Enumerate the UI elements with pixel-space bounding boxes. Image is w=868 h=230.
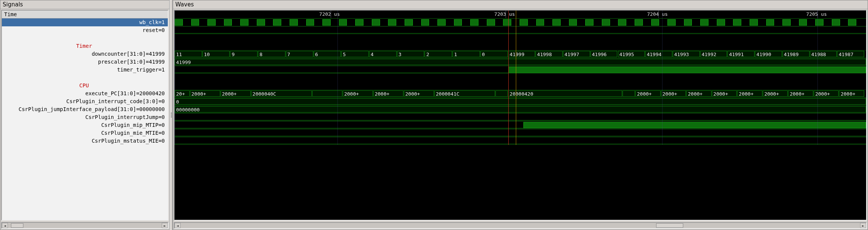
bus-value: 2000+	[788, 90, 813, 97]
cursor-marker-a[interactable]	[508, 11, 509, 145]
signal-row[interactable]: CsrPlugin_mstatus_MIE=0	[2, 137, 168, 145]
bus-value: 2000040C	[251, 90, 312, 97]
bus-value: 41988	[810, 51, 837, 57]
bus-value: 6	[314, 51, 341, 57]
bus-value: 41987	[837, 51, 864, 57]
scroll-thumb[interactable]	[11, 223, 23, 228]
wave-row[interactable]	[175, 26, 866, 34]
signal-row[interactable]: timer_trigger=1	[2, 66, 168, 74]
bus-value: 00000000	[175, 106, 866, 113]
bus-value: 11	[175, 51, 202, 57]
scroll-track[interactable]	[8, 223, 162, 228]
signal-row[interactable]: reset=0	[2, 26, 168, 34]
signal-row[interactable]: CsrPlugin_interrupt_code[3:0]=0	[2, 97, 168, 105]
signal-group: CPU	[2, 82, 168, 90]
wave-row[interactable]	[175, 113, 866, 121]
wave-row[interactable]: 20+2000+2000+2000040C2000+2000+2000+2000…	[175, 90, 866, 97]
bus-value: 2000+	[404, 90, 434, 97]
bus-value: 2000041C	[434, 90, 495, 97]
wave-row[interactable]: 00000000	[175, 105, 866, 113]
scroll-right-icon[interactable]: ►	[162, 223, 168, 228]
wave-row[interactable]	[175, 18, 866, 26]
scroll-track[interactable]	[181, 223, 860, 228]
bus-value: 0	[480, 51, 508, 57]
signals-panel: Signals Time wb_clk=1reset=0Timerdowncou…	[0, 0, 170, 230]
wave-row[interactable]: 41999	[175, 58, 866, 66]
bus-value: 2000+	[661, 90, 686, 97]
scroll-thumb[interactable]	[656, 223, 683, 228]
waves-hscroll[interactable]: ◄ ►	[174, 222, 867, 229]
bus-value: 2000+	[635, 90, 661, 97]
bus-value: 2	[425, 51, 452, 57]
bus-value: 2000+	[839, 90, 864, 97]
signal-row[interactable]: wb_clk=1	[2, 18, 168, 26]
wave-row[interactable]: 0	[175, 97, 866, 105]
signal-row[interactable]: CsrPlugin_interruptJump=0	[2, 113, 168, 121]
signal-row[interactable]: CsrPlugin_mip_MTIP=0	[2, 121, 168, 129]
bus-value: 2000+	[686, 90, 712, 97]
bus-value: 0	[175, 98, 866, 105]
bus-value: 41991	[727, 51, 755, 57]
signal-row[interactable]: CsrPlugin_jumpInterface_payload[31:0]=00…	[2, 105, 168, 113]
bus-value: 41997	[563, 51, 590, 57]
wave-body[interactable]: 1110987654321041999419984199741996419954…	[175, 18, 866, 145]
waves-panel-title: Waves	[173, 0, 868, 9]
bus-value: 4	[369, 51, 397, 57]
bus-value: 10	[202, 51, 230, 57]
signals-panel-title: Signals	[0, 0, 169, 9]
bus-value: 41999	[175, 59, 866, 65]
bus-value: 9	[230, 51, 258, 57]
ruler-tick-label: 7205 us	[806, 11, 827, 17]
bus-value: 20000420	[508, 90, 623, 97]
bus-value: 20+	[175, 90, 190, 97]
bus-value: 41993	[673, 51, 700, 57]
scroll-left-icon[interactable]: ◄	[175, 223, 181, 228]
bus-value: 41999	[508, 51, 535, 57]
scroll-right-icon[interactable]: ►	[860, 223, 866, 228]
bus-value: 2000+	[737, 90, 762, 97]
wave-row[interactable]	[175, 129, 866, 137]
bus-value	[623, 90, 635, 97]
bus-value: 41995	[618, 51, 645, 57]
bus-value: 41996	[590, 51, 618, 57]
ruler-tick-label: 7203 us	[494, 11, 515, 17]
bus-value: 41990	[755, 51, 782, 57]
bus-value: 7	[286, 51, 313, 57]
bus-value: 5	[341, 51, 369, 57]
signal-row[interactable]: prescaler[31:0]=41999	[2, 58, 168, 66]
bus-value: 2000+	[221, 90, 251, 97]
waves-panel: Waves 7202 us7203 us7204 us7205 us 11109…	[173, 0, 868, 230]
bus-value: 2000+	[763, 90, 788, 97]
bus-value: 41994	[645, 51, 672, 57]
signal-row[interactable]: execute_PC[31:0]=20000420	[2, 90, 168, 97]
signal-row[interactable]: downcounter[31:0]=41999	[2, 50, 168, 58]
bus-value: 2000+	[343, 90, 373, 97]
signals-hscroll[interactable]: ◄ ►	[1, 222, 169, 229]
bus-value: 2000+	[712, 90, 737, 97]
bus-value: 41989	[782, 51, 810, 57]
bus-value: 3	[397, 51, 425, 57]
bus-value	[495, 90, 508, 97]
bus-value: 2000+	[190, 90, 220, 97]
scroll-left-icon[interactable]: ◄	[2, 223, 8, 228]
signal-row[interactable]: CsrPlugin_mie_MTIE=0	[2, 129, 168, 137]
time-header: Time	[2, 11, 168, 18]
signal-group: Timer	[2, 42, 168, 50]
bus-value: 8	[258, 51, 285, 57]
ruler-tick-label: 7202 us	[319, 11, 340, 17]
bus-value: 1	[452, 51, 480, 57]
cursor-marker-b[interactable]	[516, 11, 516, 145]
bus-value: 41998	[535, 51, 563, 57]
ruler-tick-label: 7204 us	[647, 11, 668, 17]
bus-value: 41992	[700, 51, 727, 57]
splitter[interactable]	[170, 0, 173, 230]
signal-list[interactable]: Time wb_clk=1reset=0Timerdowncounter[31:…	[1, 10, 169, 221]
bus-value: 2000+	[373, 90, 403, 97]
wave-row[interactable]	[175, 66, 866, 74]
wave-area[interactable]: 7202 us7203 us7204 us7205 us 11109876543…	[174, 10, 867, 221]
wave-row[interactable]: 1110987654321041999419984199741996419954…	[175, 50, 866, 58]
wave-row[interactable]	[175, 121, 866, 129]
wave-row[interactable]	[175, 137, 866, 145]
wave-ruler[interactable]: 7202 us7203 us7204 us7205 us	[175, 11, 866, 18]
